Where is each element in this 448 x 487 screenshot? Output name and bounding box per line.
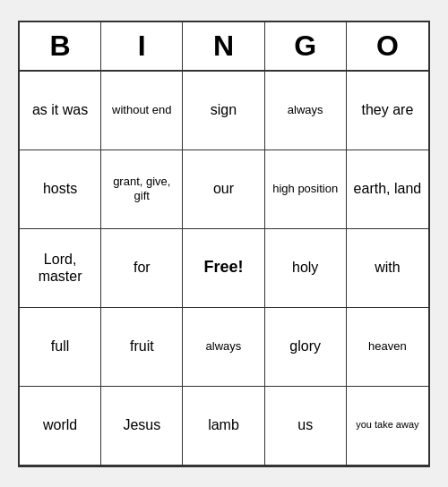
header-letter-B: B bbox=[20, 22, 101, 70]
bingo-cell-5: hosts bbox=[20, 150, 101, 229]
bingo-cell-15: full bbox=[20, 308, 101, 387]
bingo-cell-8: high position bbox=[265, 150, 347, 229]
bingo-cell-21: Jesus bbox=[101, 387, 183, 466]
header-letter-G: G bbox=[265, 22, 347, 70]
bingo-cell-16: fruit bbox=[101, 308, 183, 387]
bingo-cell-4: they are bbox=[347, 72, 428, 150]
bingo-cell-9: earth, land bbox=[347, 150, 428, 229]
bingo-cell-2: sign bbox=[183, 72, 264, 150]
bingo-cell-6: grant, give, gift bbox=[101, 150, 183, 229]
bingo-cell-13: holy bbox=[265, 229, 347, 308]
bingo-cell-24: you take away bbox=[347, 387, 428, 466]
bingo-cell-18: glory bbox=[265, 308, 347, 387]
bingo-cell-10: Lord, master bbox=[20, 229, 101, 308]
bingo-cell-0: as it was bbox=[20, 72, 101, 150]
header-letter-O: O bbox=[347, 22, 428, 70]
bingo-cell-7: our bbox=[183, 150, 264, 229]
bingo-header: BINGO bbox=[20, 22, 428, 72]
bingo-cell-11: for bbox=[101, 229, 183, 308]
bingo-cell-23: us bbox=[265, 387, 347, 466]
header-letter-I: I bbox=[101, 22, 183, 70]
bingo-cell-20: world bbox=[20, 387, 101, 466]
bingo-grid: as it waswithout endsignalwaysthey areho… bbox=[20, 72, 428, 466]
bingo-cell-14: with bbox=[347, 229, 428, 308]
bingo-cell-12: Free! bbox=[183, 229, 264, 308]
bingo-cell-3: always bbox=[265, 72, 347, 150]
bingo-cell-17: always bbox=[183, 308, 264, 387]
bingo-cell-19: heaven bbox=[347, 308, 428, 387]
header-letter-N: N bbox=[183, 22, 264, 70]
bingo-cell-22: lamb bbox=[183, 387, 264, 466]
bingo-card: BINGO as it waswithout endsignalwaysthey… bbox=[18, 21, 430, 467]
bingo-cell-1: without end bbox=[101, 72, 183, 150]
